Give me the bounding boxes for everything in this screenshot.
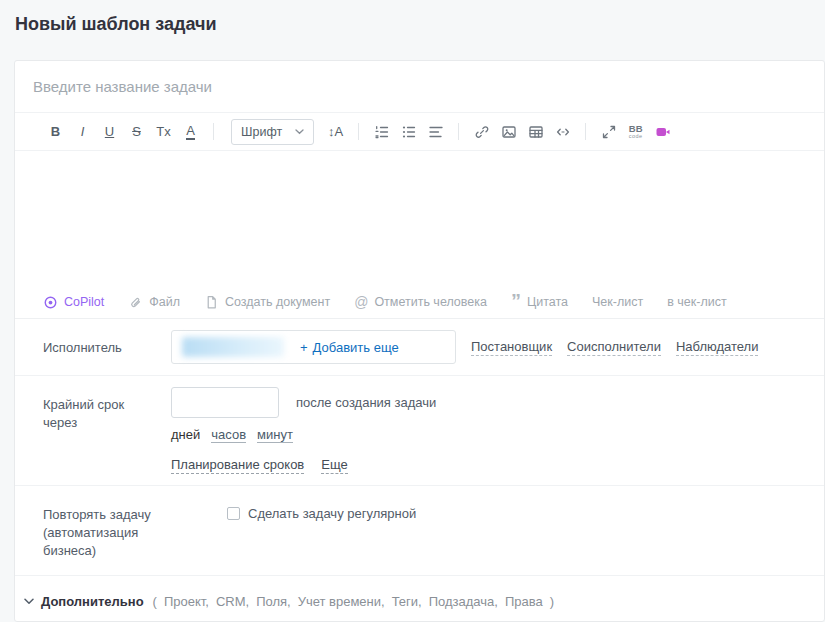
- clear-format-button[interactable]: Tx: [151, 119, 176, 145]
- mention-person-button[interactable]: @ Отметить человека: [354, 295, 487, 309]
- at-sign-icon: @: [354, 295, 368, 309]
- create-document-label: Создать документ: [225, 295, 330, 309]
- ordered-list-button[interactable]: [369, 119, 394, 145]
- assignee-row: Исполнитель + Добавить еще Постановщик С…: [15, 319, 824, 376]
- make-regular-checkbox-row[interactable]: Сделать задачу регулярной: [227, 506, 796, 521]
- add-assignee-button[interactable]: + Добавить еще: [300, 340, 399, 355]
- insert-image-button[interactable]: [496, 119, 521, 145]
- bold-button[interactable]: B: [43, 119, 68, 145]
- role-links: Постановщик Соисполнители Наблюдатели: [471, 339, 758, 356]
- italic-button[interactable]: I: [70, 119, 95, 145]
- code-icon: [555, 124, 571, 140]
- section-link-tags[interactable]: Теги,: [392, 594, 422, 609]
- unit-minutes[interactable]: минут: [257, 427, 293, 443]
- task-title-input[interactable]: [33, 78, 806, 95]
- bb-code-sublabel: code: [629, 134, 643, 140]
- unordered-list-icon: [401, 124, 417, 140]
- fullscreen-button[interactable]: [596, 119, 621, 145]
- role-link-observers[interactable]: Наблюдатели: [676, 339, 759, 356]
- font-family-value: Шрифт: [241, 125, 282, 139]
- toolbar-separator: [358, 123, 359, 140]
- section-link-rights[interactable]: Права: [505, 594, 543, 609]
- editor-actions-bar: CoPilot Файл Создать документ @ Отметить…: [15, 286, 824, 319]
- plus-icon: +: [300, 340, 308, 355]
- unit-days[interactable]: дней: [171, 427, 200, 442]
- link-icon: [474, 124, 490, 140]
- section-link-crm[interactable]: CRM,: [216, 594, 249, 609]
- bb-code-button[interactable]: BB code: [623, 119, 648, 145]
- attach-file-label: Файл: [149, 295, 180, 309]
- align-left-icon: [428, 124, 444, 140]
- additional-label: Дополнительно: [41, 594, 144, 609]
- create-document-button[interactable]: Создать документ: [204, 295, 330, 310]
- more-link[interactable]: Еще: [321, 457, 347, 474]
- additional-sections-row: Дополнительно ( Проект, CRM, Поля, Учет …: [15, 576, 824, 622]
- unit-hours[interactable]: часов: [211, 427, 246, 443]
- additional-toggle[interactable]: Дополнительно: [24, 594, 144, 609]
- deadline-after-text: после создания задачи: [296, 395, 436, 410]
- quote-button[interactable]: ” Цитата: [511, 295, 568, 309]
- copilot-icon: [43, 295, 58, 310]
- checklist-button[interactable]: Чек-лист: [592, 295, 643, 309]
- toolbar-separator: [213, 123, 214, 140]
- deadline-units: дней часов минут: [171, 427, 796, 443]
- assignee-picker[interactable]: + Добавить еще: [171, 330, 456, 364]
- strikethrough-button[interactable]: S: [124, 119, 149, 145]
- insert-link-button[interactable]: [469, 119, 494, 145]
- planning-link[interactable]: Планирование сроков: [171, 457, 304, 474]
- deadline-label: Крайний срок через: [43, 387, 171, 474]
- page-title: Новый шаблон задачи: [15, 14, 216, 35]
- copilot-label: CoPilot: [64, 295, 104, 309]
- image-icon: [501, 124, 517, 140]
- paren-close: ): [550, 594, 554, 609]
- attach-file-button[interactable]: Файл: [128, 295, 180, 310]
- fullscreen-icon: [601, 124, 617, 140]
- quote-label: Цитата: [527, 295, 568, 309]
- repeat-label: Повторять задачу (автоматизация бизнеса): [43, 497, 171, 564]
- checklist-label: Чек-лист: [592, 295, 643, 309]
- section-link-time-tracking[interactable]: Учет времени,: [298, 594, 385, 609]
- to-checklist-button[interactable]: в чек-лист: [667, 295, 726, 309]
- align-left-button[interactable]: [423, 119, 448, 145]
- chevron-down-icon: [295, 129, 304, 135]
- section-link-fields[interactable]: Поля,: [256, 594, 291, 609]
- quote-icon: ”: [511, 296, 521, 308]
- copilot-button[interactable]: CoPilot: [43, 295, 104, 310]
- toolbar-separator: [585, 123, 586, 140]
- insert-code-button[interactable]: [550, 119, 575, 145]
- font-family-select[interactable]: Шрифт: [231, 119, 314, 145]
- deadline-links: Планирование сроков Еще: [171, 457, 796, 474]
- make-regular-label: Сделать задачу регулярной: [248, 506, 416, 521]
- bb-code-label: BB: [629, 124, 643, 134]
- video-icon: [655, 124, 671, 140]
- role-link-originator[interactable]: Постановщик: [471, 339, 552, 356]
- ordered-list-icon: [374, 124, 390, 140]
- insert-table-button[interactable]: [523, 119, 548, 145]
- task-template-card: B I U S Tx A Шрифт ↕A: [14, 60, 825, 622]
- deadline-row: Крайний срок через после создания задачи…: [15, 376, 824, 486]
- editor-content-area[interactable]: [15, 151, 824, 286]
- assignee-label: Исполнитель: [43, 330, 171, 364]
- mention-person-label: Отметить человека: [374, 295, 487, 309]
- paperclip-icon: [128, 295, 143, 310]
- underline-button[interactable]: U: [97, 119, 122, 145]
- task-title-row: [15, 61, 824, 113]
- repeat-row: Повторять задачу (автоматизация бизнеса)…: [15, 486, 824, 576]
- text-color-button[interactable]: A: [178, 119, 203, 145]
- insert-video-button[interactable]: [650, 119, 675, 145]
- unordered-list-button[interactable]: [396, 119, 421, 145]
- section-link-subtask[interactable]: Подзадача,: [429, 594, 498, 609]
- add-assignee-label: Добавить еще: [313, 340, 399, 355]
- toolbar-separator: [458, 123, 459, 140]
- text-color-label: A: [186, 124, 195, 140]
- to-checklist-label: в чек-лист: [667, 295, 726, 309]
- document-icon: [204, 295, 219, 310]
- role-link-coexecutors[interactable]: Соисполнители: [567, 339, 661, 356]
- section-link-project[interactable]: Проект,: [164, 594, 209, 609]
- deadline-value-input[interactable]: [171, 387, 279, 418]
- assignee-chip-blurred[interactable]: [182, 337, 284, 357]
- font-size-button[interactable]: ↕A: [323, 119, 348, 145]
- checkbox-icon[interactable]: [227, 507, 240, 520]
- additional-items: ( Проект, CRM, Поля, Учет времени, Теги,…: [153, 594, 555, 609]
- table-icon: [528, 124, 544, 140]
